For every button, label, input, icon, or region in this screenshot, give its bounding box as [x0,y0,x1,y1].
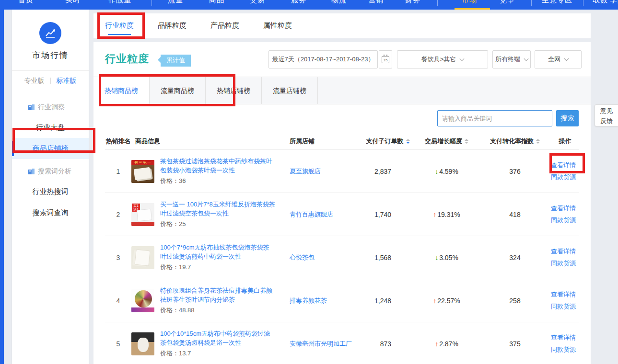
teabag-shape [137,208,152,221]
sidebar-item-search-word-query[interactable]: 搜索词查询 [12,202,89,223]
nav-item-academy[interactable]: 学院 [610,0,618,5]
product-image[interactable] [131,332,154,355]
nav-item-data-fetch[interactable]: 取数 [593,0,608,5]
same-item-source-link[interactable]: 同款货源 [551,344,579,356]
nav-item-product[interactable]: 商品 [209,0,224,5]
tab-product-granularity[interactable]: 产品粒度 [210,13,239,38]
chevron-down-icon [564,56,569,61]
nav-separator [437,0,438,6]
product-title-link[interactable]: 100个7*9cm无纺布抽线茶包袋泡茶袋茶叶过滤煲汤煎药中药袋一次性 [160,243,275,262]
product-image[interactable]: 买三免一 [131,160,154,183]
nav-item-logistics[interactable]: 物流 [331,0,347,5]
product-image[interactable] [131,289,154,312]
calendar-button[interactable]: 15 [379,50,392,68]
product-image[interactable] [131,246,154,269]
nav-item-traffic[interactable]: 流量 [168,0,183,5]
screen: 首页 实时 作战室 流量 商品 交易 服务 物流 营销 财务 市场 竞争 生意专… [0,0,618,364]
granularity-tab-bar: 行业粒度 品牌粒度 产品粒度 属性粒度 [93,13,591,38]
growth-value: 19.31% [437,211,460,218]
terminal-dropdown-value: 所有终端 [495,55,520,64]
same-item-source-link[interactable]: 同款货源 [551,171,579,183]
shop-link[interactable]: 青竹百惠旗舰店 [290,210,361,219]
header-product-info: 商品信息 [131,137,290,146]
shop-link[interactable]: 夏至旗舰店 [290,167,361,176]
same-item-source-link[interactable]: 同款货源 [551,215,579,227]
version-tab-standard[interactable]: 标准版 [51,77,82,85]
feedback-line1: 意见 [595,106,618,116]
same-item-source-link[interactable]: 同款货源 [551,258,579,270]
network-dropdown[interactable]: 全网 [535,50,582,68]
header-paid-suborders[interactable]: 支付子订单数 [361,137,414,146]
view-details-link[interactable]: 查看详情 [551,289,579,301]
shop-link[interactable]: 排毒养颜花茶 [290,296,361,306]
teabag-shape [134,167,152,180]
product-title-link[interactable]: 买一送一 100片7*8玉米纤维反折泡茶袋茶叶过滤袋空茶包袋一次性 [160,200,275,218]
view-details-link[interactable]: 查看详情 [551,246,579,258]
view-details-link[interactable]: 查看详情 [551,203,579,215]
left-blue-rail [0,10,4,364]
tab-traffic-shop-rank[interactable]: 流量店铺榜 [262,77,318,104]
building-icon [28,104,35,110]
menu-group-label: 行业洞察 [38,103,65,112]
rank-number: 5 [105,340,131,348]
flower-tea-plate [135,290,152,307]
growth-down-icon: ↓ [435,168,438,175]
sort-icon[interactable] [406,139,410,144]
nav-item-finance[interactable]: 财务 [405,0,420,5]
teabag-shape [134,249,150,266]
tab-brand-granularity[interactable]: 品牌粒度 [158,13,187,38]
nav-item-service[interactable]: 服务 [291,0,306,5]
promo-banner: 买三免一 [131,160,154,165]
sidebar-item-industry-hot-words[interactable]: 行业热搜词 [12,181,89,202]
paid-suborders-value: 1,248 [361,297,414,305]
growth-value: 2.87% [439,340,458,348]
nav-item-home[interactable]: 首页 [18,0,34,5]
view-details-link[interactable]: 查看详情 [551,159,579,171]
tab-attribute-granularity[interactable]: 属性粒度 [263,13,292,38]
paid-suborders-value: 873 [361,340,414,348]
menu-group-label: 搜索词分析 [38,167,71,176]
tab-hot-product-rank[interactable]: 热销商品榜 [93,77,150,105]
category-dropdown[interactable]: 餐饮具>其它 [397,50,488,68]
nav-item-realtime[interactable]: 实时 [65,0,81,5]
nav-item-trade[interactable]: 交易 [250,0,265,5]
sidebar-item-industry-dashboard[interactable]: 行业大盘 [12,117,89,138]
product-title-link[interactable]: 特价玫瑰组合养身花茶祛痘排毒美白养颜祛斑养生茶叶调节内分泌茶 [160,286,275,305]
market-quotes-icon [39,22,61,44]
shop-link[interactable]: 安徽亳州市光明加工厂 [290,339,361,349]
nav-item-competition[interactable]: 竞争 [500,0,515,5]
tab-traffic-product-rank[interactable]: 流量商品榜 [150,77,206,104]
search-input[interactable] [437,110,552,126]
date-range-selector[interactable]: 最近7天（2017-08-17~2017-08-23） [268,50,378,68]
nav-item-warroom[interactable]: 作战室 [108,0,131,5]
header-rank: 热销排名 [105,137,131,146]
sidebar-item-product-shop-rank[interactable]: 商品店铺榜 [12,138,89,159]
product-title-link[interactable]: 100个10*15cm无纺布中药袋煎药袋过滤茶包袋煲汤卤料袋足浴一次性 [160,330,275,348]
nav-item-marketing[interactable]: 营销 [368,0,384,5]
version-tab-pro[interactable]: 专业版 [19,77,50,85]
conversion-index-value: 376 [479,168,551,175]
tab-industry-granularity[interactable]: 行业粒度 [105,13,134,38]
promo-banner [131,222,154,226]
product-title-link[interactable]: 茶包茶袋过滤泡茶袋花茶中药纱布袋茶叶包装袋小泡袋茶叶袋一次性 [160,157,275,175]
header-trade-growth[interactable]: 交易增长幅度 [414,137,479,146]
top-navigation-bar: 首页 实时 作战室 流量 商品 交易 服务 物流 营销 财务 市场 竞争 生意专… [0,0,618,10]
category-dropdown-value: 餐饮具>其它 [421,55,456,64]
sort-icon[interactable] [536,139,540,144]
nav-item-biz-zone[interactable]: 生意专区 [542,0,572,5]
nav-item-market[interactable]: 市场 [462,0,477,5]
product-image[interactable]: 买1送1 [131,203,154,226]
promo-banner [131,307,154,312]
search-button[interactable]: 搜索 [556,110,579,126]
view-details-link[interactable]: 查看详情 [551,332,579,344]
paid-suborders-value: 1,740 [361,211,414,218]
feedback-tab[interactable]: 意见 反馈 [595,104,618,126]
sort-icon[interactable] [465,139,468,144]
header-conversion-index[interactable]: 支付转化率指数 [479,137,551,146]
same-item-source-link[interactable]: 同款货源 [551,301,579,313]
terminal-dropdown[interactable]: 所有终端 [492,50,531,68]
paid-suborders-value: 2,837 [361,168,414,175]
tab-hot-shop-rank[interactable]: 热销店铺榜 [206,77,262,104]
shop-link[interactable]: 心悦茶包 [290,253,361,262]
table-row: 5 100个10*15cm无纺布中药袋煎药袋过滤茶包袋煲汤卤料袋足浴一次性 价格… [105,322,579,364]
